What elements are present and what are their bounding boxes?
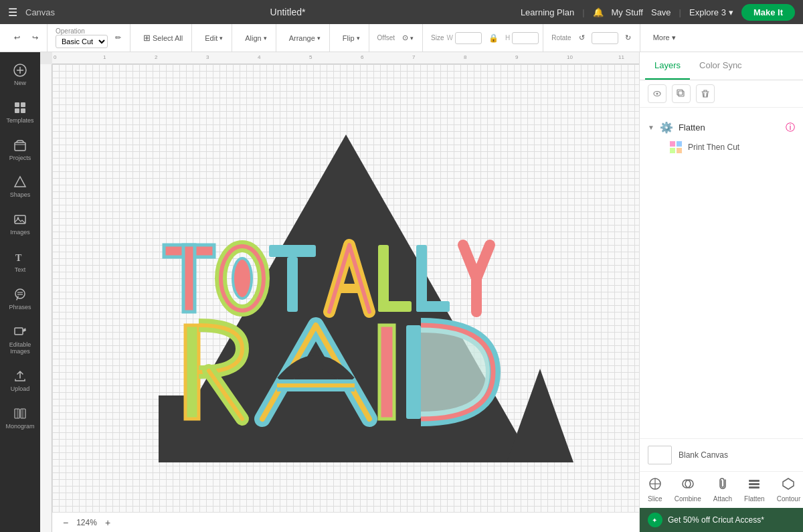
layer-item-print-then-cut[interactable]: Print Then Cut	[648, 137, 795, 158]
rotate-label: Rotate	[551, 34, 571, 41]
rotate-cw-button[interactable]: ↻	[620, 31, 636, 45]
ruler-tick-10: 10	[567, 54, 573, 60]
canvas-area[interactable]: 0 1 2 3 4 5 6 7 8 9 10 11	[40, 52, 639, 532]
make-it-button[interactable]: Make It	[741, 4, 795, 21]
flatten-group-icon: ⚙️	[660, 121, 673, 134]
bell-icon[interactable]: 🔔	[593, 7, 604, 17]
ruler-horizontal: 0 1 2 3 4 5 6 7 8 9 10 11	[52, 52, 639, 64]
svg-rect-50	[679, 91, 684, 96]
select-all-button[interactable]: ⊞ Select All	[139, 30, 187, 46]
sidebar-item-phrases[interactable]: Phrases	[1, 282, 39, 317]
zoom-in-button[interactable]: +	[102, 516, 113, 529]
nav-right: Learning Plan | 🔔 My Stuff Save | Explor…	[521, 4, 795, 21]
height-input[interactable]	[512, 32, 539, 44]
more-group: More ▾	[644, 24, 685, 52]
sidebar-item-monogram-label: Monogram	[5, 423, 34, 430]
svg-rect-39	[185, 325, 199, 419]
align-group: Align▾	[236, 24, 276, 52]
ruler-tick-6: 6	[361, 54, 363, 60]
phrases-icon	[13, 287, 27, 302]
align-button[interactable]: Align▾	[240, 31, 271, 45]
templates-icon	[13, 100, 27, 115]
svg-rect-54	[677, 141, 682, 147]
undo-button[interactable]: ↩	[9, 31, 25, 45]
svg-rect-16	[15, 409, 19, 418]
canvas-content[interactable]	[118, 114, 573, 462]
svg-rect-64	[749, 486, 760, 489]
sidebar-item-images[interactable]: Images	[1, 207, 39, 242]
rotate-input[interactable]	[592, 32, 618, 44]
zoom-out-button[interactable]: −	[60, 516, 71, 529]
operation-group: Operation Basic Cut ✏	[52, 24, 130, 52]
svg-text:T: T	[15, 253, 22, 263]
canvas-grid[interactable]	[52, 64, 639, 512]
sidebar-item-new[interactable]: New	[1, 58, 39, 92]
images-icon	[13, 212, 27, 227]
offset-button[interactable]: ⊙▾	[397, 31, 418, 45]
edit-button[interactable]: Edit ▾	[200, 31, 228, 45]
sidebar-item-text[interactable]: T Text	[1, 244, 39, 279]
zoom-level: 124%	[76, 518, 97, 527]
redo-button[interactable]: ↪	[27, 31, 43, 45]
sidebar-item-images-label: Images	[10, 229, 30, 236]
delete-button[interactable]	[696, 84, 715, 103]
panel-icons-row	[640, 80, 803, 108]
sidebar-item-upload[interactable]: Upload	[1, 363, 39, 398]
blank-canvas-row: Blank Canvas	[640, 438, 803, 471]
save-button[interactable]: Save	[651, 7, 671, 17]
slice-tool[interactable]: Slice	[648, 477, 662, 503]
more-button[interactable]: More ▾	[648, 31, 681, 45]
svg-rect-5	[15, 108, 19, 113]
sidebar-item-text-label: Text	[15, 266, 26, 274]
operation-select[interactable]: Basic Cut	[56, 35, 108, 48]
tab-layers[interactable]: Layers	[645, 52, 690, 80]
pen-icon-button[interactable]: ✏	[110, 31, 126, 45]
sidebar-item-shapes[interactable]: Shapes	[1, 169, 39, 204]
layer-group-header[interactable]: ▼ ⚙️ Flatten ⓘ	[648, 118, 795, 137]
svg-rect-47	[406, 325, 421, 419]
lock-icon[interactable]: 🔒	[484, 31, 503, 46]
upload-icon	[13, 369, 27, 383]
sidebar-item-editable-images-label: Editable Images	[4, 341, 36, 356]
flatten-tool[interactable]: Flatten	[744, 477, 765, 503]
sidebar-item-monogram[interactable]: Monogram	[1, 401, 39, 436]
learning-plan-link[interactable]: Learning Plan	[521, 7, 574, 17]
sidebar-item-shapes-label: Shapes	[10, 191, 31, 199]
flip-button[interactable]: Flip▾	[338, 31, 365, 45]
operation-label: Operation	[56, 27, 108, 35]
sidebar-item-templates[interactable]: Templates	[1, 95, 39, 130]
tab-color-sync[interactable]: Color Sync	[690, 52, 751, 80]
svg-point-12	[15, 289, 25, 298]
document-title: Untitled*	[63, 7, 513, 17]
print-then-cut-icon	[669, 141, 683, 154]
ruler-tick-9: 9	[515, 54, 518, 60]
svg-rect-62	[749, 480, 760, 482]
svg-rect-32	[287, 257, 298, 312]
zoom-bar: − 124% +	[52, 512, 639, 532]
sidebar-item-projects[interactable]: Projects	[1, 132, 39, 167]
visibility-button[interactable]	[648, 84, 666, 103]
svg-rect-35	[378, 301, 412, 312]
sidebar-item-editable-images[interactable]: Editable Images	[1, 319, 39, 361]
attach-tool[interactable]: Attach	[713, 477, 732, 503]
sidebar-item-upload-label: Upload	[11, 385, 30, 393]
arrange-button[interactable]: Arrange▾	[284, 31, 325, 45]
combine-tool[interactable]: Combine	[675, 477, 701, 503]
sidebar-item-new-label: New	[14, 80, 26, 87]
machine-selector[interactable]: Explore 3 ▾	[689, 7, 733, 17]
duplicate-button[interactable]	[672, 84, 691, 103]
edit-group: Edit ▾	[196, 24, 232, 52]
svg-rect-15	[15, 328, 23, 335]
arrange-group: Arrange▾	[280, 24, 330, 52]
editable-images-icon	[13, 325, 27, 339]
width-input[interactable]	[455, 32, 482, 44]
new-icon	[13, 63, 27, 78]
contour-tool[interactable]: Contour	[777, 477, 801, 503]
hamburger-icon[interactable]: ☰	[8, 6, 17, 19]
my-stuff-link[interactable]: My Stuff	[612, 7, 643, 17]
toolbar: ↩ ↪ Operation Basic Cut ✏ ⊞ Select All E…	[0, 24, 803, 52]
offset-group: Offset ⊙▾	[373, 24, 424, 52]
promo-bar[interactable]: ✦ Get 50% off Cricut Access*	[640, 508, 803, 532]
layer-info-button[interactable]: ⓘ	[786, 122, 795, 134]
rotate-ccw-button[interactable]: ↺	[574, 31, 590, 45]
